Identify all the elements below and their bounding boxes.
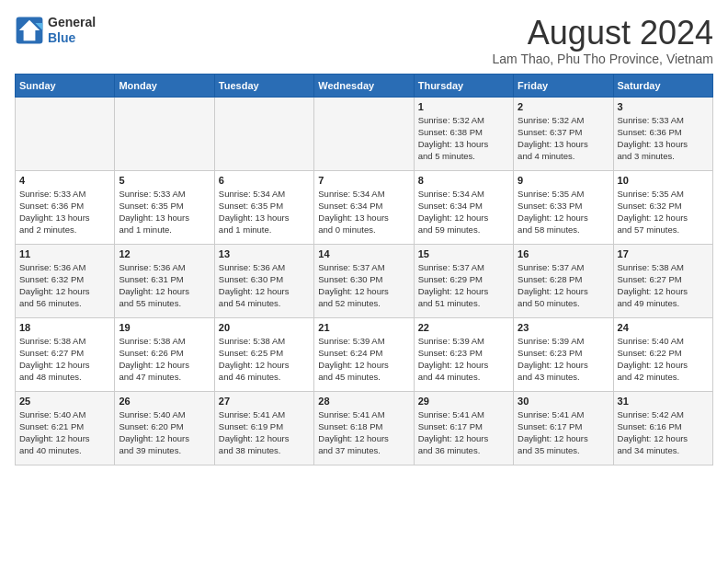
day-cell: 15Sunrise: 5:37 AM Sunset: 6:29 PM Dayli… <box>414 244 513 317</box>
header-cell-friday: Friday <box>514 74 613 97</box>
day-cell: 21Sunrise: 5:39 AM Sunset: 6:24 PM Dayli… <box>314 317 414 391</box>
day-info: Sunrise: 5:33 AM Sunset: 6:35 PM Dayligh… <box>119 188 210 236</box>
header-cell-tuesday: Tuesday <box>214 74 313 97</box>
day-cell: 11Sunrise: 5:36 AM Sunset: 6:32 PM Dayli… <box>16 244 115 317</box>
day-cell: 26Sunrise: 5:40 AM Sunset: 6:20 PM Dayli… <box>115 391 214 465</box>
day-cell: 8Sunrise: 5:34 AM Sunset: 6:34 PM Daylig… <box>414 170 513 244</box>
day-cell: 23Sunrise: 5:39 AM Sunset: 6:23 PM Dayli… <box>514 317 613 391</box>
day-number: 31 <box>618 396 709 407</box>
day-cell: 17Sunrise: 5:38 AM Sunset: 6:27 PM Dayli… <box>613 244 712 317</box>
day-cell: 22Sunrise: 5:39 AM Sunset: 6:23 PM Dayli… <box>414 317 513 391</box>
day-info: Sunrise: 5:35 AM Sunset: 6:32 PM Dayligh… <box>618 188 709 236</box>
day-number: 24 <box>618 322 709 333</box>
main-title: August 2024 <box>493 15 713 52</box>
day-number: 9 <box>518 175 609 186</box>
day-cell: 14Sunrise: 5:37 AM Sunset: 6:30 PM Dayli… <box>314 244 414 317</box>
day-cell: 7Sunrise: 5:34 AM Sunset: 6:34 PM Daylig… <box>314 170 414 244</box>
day-info: Sunrise: 5:38 AM Sunset: 6:27 PM Dayligh… <box>19 335 110 384</box>
week-row-4: 18Sunrise: 5:38 AM Sunset: 6:27 PM Dayli… <box>16 317 713 391</box>
day-info: Sunrise: 5:37 AM Sunset: 6:30 PM Dayligh… <box>318 261 409 310</box>
day-cell: 20Sunrise: 5:38 AM Sunset: 6:25 PM Dayli… <box>214 317 313 391</box>
day-number: 17 <box>618 248 709 259</box>
day-cell: 31Sunrise: 5:42 AM Sunset: 6:16 PM Dayli… <box>613 391 712 465</box>
day-info: Sunrise: 5:38 AM Sunset: 6:27 PM Dayligh… <box>618 261 709 310</box>
day-cell: 19Sunrise: 5:38 AM Sunset: 6:26 PM Dayli… <box>115 317 214 391</box>
logo-icon <box>15 16 44 45</box>
day-cell <box>115 97 214 170</box>
day-info: Sunrise: 5:40 AM Sunset: 6:21 PM Dayligh… <box>19 408 110 457</box>
day-info: Sunrise: 5:33 AM Sunset: 6:36 PM Dayligh… <box>19 188 110 236</box>
day-cell: 12Sunrise: 5:36 AM Sunset: 6:31 PM Dayli… <box>115 244 214 317</box>
day-cell: 18Sunrise: 5:38 AM Sunset: 6:27 PM Dayli… <box>16 317 115 391</box>
day-cell: 6Sunrise: 5:34 AM Sunset: 6:35 PM Daylig… <box>214 170 313 244</box>
day-number: 12 <box>119 248 210 259</box>
day-number: 6 <box>219 175 310 186</box>
day-number: 2 <box>518 101 609 112</box>
day-info: Sunrise: 5:36 AM Sunset: 6:30 PM Dayligh… <box>219 261 310 310</box>
header-cell-saturday: Saturday <box>613 74 712 97</box>
day-cell: 5Sunrise: 5:33 AM Sunset: 6:35 PM Daylig… <box>115 170 214 244</box>
day-cell: 3Sunrise: 5:33 AM Sunset: 6:36 PM Daylig… <box>613 97 712 170</box>
header-cell-monday: Monday <box>115 74 214 97</box>
day-number: 20 <box>219 322 310 333</box>
logo: General Blue <box>15 15 96 46</box>
day-info: Sunrise: 5:42 AM Sunset: 6:16 PM Dayligh… <box>618 408 709 457</box>
day-cell: 27Sunrise: 5:41 AM Sunset: 6:19 PM Dayli… <box>214 391 313 465</box>
day-info: Sunrise: 5:41 AM Sunset: 6:18 PM Dayligh… <box>318 408 409 457</box>
header-row: SundayMondayTuesdayWednesdayThursdayFrid… <box>16 74 713 97</box>
day-number: 11 <box>19 248 110 259</box>
day-info: Sunrise: 5:34 AM Sunset: 6:35 PM Dayligh… <box>219 188 310 236</box>
day-cell: 16Sunrise: 5:37 AM Sunset: 6:28 PM Dayli… <box>514 244 613 317</box>
subtitle: Lam Thao, Phu Tho Province, Vietnam <box>493 52 713 66</box>
day-number: 23 <box>518 322 609 333</box>
day-cell: 2Sunrise: 5:32 AM Sunset: 6:37 PM Daylig… <box>514 97 613 170</box>
day-number: 4 <box>19 175 110 186</box>
header: General Blue August 2024 Lam Thao, Phu T… <box>15 15 713 66</box>
header-cell-wednesday: Wednesday <box>314 74 414 97</box>
day-info: Sunrise: 5:39 AM Sunset: 6:24 PM Dayligh… <box>318 335 409 384</box>
day-cell: 4Sunrise: 5:33 AM Sunset: 6:36 PM Daylig… <box>16 170 115 244</box>
day-number: 13 <box>219 248 310 259</box>
header-cell-sunday: Sunday <box>16 74 115 97</box>
calendar-body: 1Sunrise: 5:32 AM Sunset: 6:38 PM Daylig… <box>16 97 713 465</box>
day-number: 15 <box>418 248 509 259</box>
day-info: Sunrise: 5:37 AM Sunset: 6:28 PM Dayligh… <box>518 261 609 310</box>
day-number: 3 <box>618 101 709 112</box>
day-info: Sunrise: 5:32 AM Sunset: 6:37 PM Dayligh… <box>518 114 609 163</box>
day-info: Sunrise: 5:41 AM Sunset: 6:17 PM Dayligh… <box>418 408 509 457</box>
day-number: 18 <box>19 322 110 333</box>
week-row-5: 25Sunrise: 5:40 AM Sunset: 6:21 PM Dayli… <box>16 391 713 465</box>
day-number: 5 <box>119 175 210 186</box>
day-info: Sunrise: 5:35 AM Sunset: 6:33 PM Dayligh… <box>518 188 609 236</box>
day-cell <box>16 97 115 170</box>
day-info: Sunrise: 5:36 AM Sunset: 6:31 PM Dayligh… <box>119 261 210 310</box>
day-info: Sunrise: 5:40 AM Sunset: 6:22 PM Dayligh… <box>618 335 709 384</box>
day-cell: 10Sunrise: 5:35 AM Sunset: 6:32 PM Dayli… <box>613 170 712 244</box>
day-cell: 24Sunrise: 5:40 AM Sunset: 6:22 PM Dayli… <box>613 317 712 391</box>
title-area: August 2024 Lam Thao, Phu Tho Province, … <box>493 15 713 66</box>
day-cell <box>314 97 414 170</box>
day-cell: 13Sunrise: 5:36 AM Sunset: 6:30 PM Dayli… <box>214 244 313 317</box>
day-number: 22 <box>418 322 509 333</box>
day-number: 30 <box>518 396 609 407</box>
day-info: Sunrise: 5:39 AM Sunset: 6:23 PM Dayligh… <box>418 335 509 384</box>
day-number: 1 <box>418 101 509 112</box>
day-number: 10 <box>618 175 709 186</box>
day-info: Sunrise: 5:37 AM Sunset: 6:29 PM Dayligh… <box>418 261 509 310</box>
day-info: Sunrise: 5:32 AM Sunset: 6:38 PM Dayligh… <box>418 114 509 163</box>
day-info: Sunrise: 5:36 AM Sunset: 6:32 PM Dayligh… <box>19 261 110 310</box>
day-number: 26 <box>119 396 210 407</box>
week-row-3: 11Sunrise: 5:36 AM Sunset: 6:32 PM Dayli… <box>16 244 713 317</box>
day-info: Sunrise: 5:41 AM Sunset: 6:19 PM Dayligh… <box>219 408 310 457</box>
calendar-table: SundayMondayTuesdayWednesdayThursdayFrid… <box>15 74 713 465</box>
day-number: 14 <box>318 248 409 259</box>
day-info: Sunrise: 5:38 AM Sunset: 6:25 PM Dayligh… <box>219 335 310 384</box>
day-cell: 30Sunrise: 5:41 AM Sunset: 6:17 PM Dayli… <box>514 391 613 465</box>
day-number: 8 <box>418 175 509 186</box>
day-info: Sunrise: 5:34 AM Sunset: 6:34 PM Dayligh… <box>418 188 509 236</box>
day-number: 19 <box>119 322 210 333</box>
day-cell: 29Sunrise: 5:41 AM Sunset: 6:17 PM Dayli… <box>414 391 513 465</box>
header-cell-thursday: Thursday <box>414 74 513 97</box>
day-cell: 28Sunrise: 5:41 AM Sunset: 6:18 PM Dayli… <box>314 391 414 465</box>
day-number: 29 <box>418 396 509 407</box>
